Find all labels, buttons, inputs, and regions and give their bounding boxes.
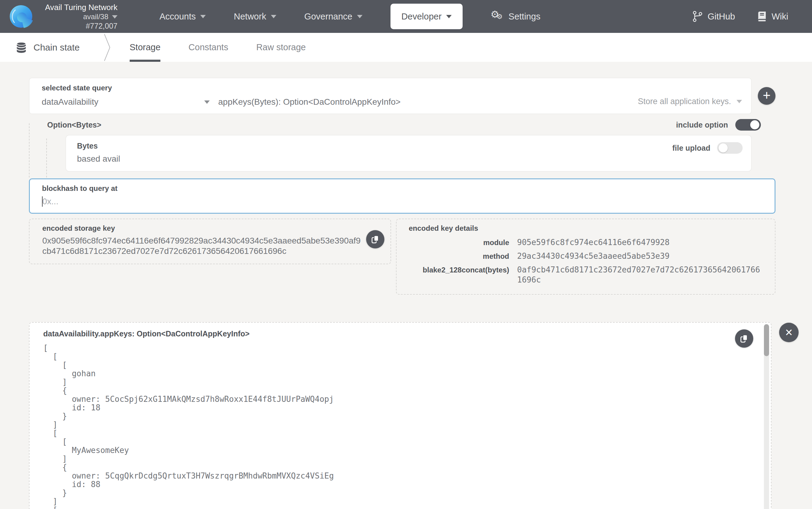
chain-spec[interactable]: avail/38 xyxy=(83,12,117,21)
nav-item-governance[interactable]: Governance xyxy=(304,0,362,33)
detail-value: 0af9cb471c6d8171c23672ed7027e7d72c626173… xyxy=(517,265,763,285)
network-name: Avail Turing Network xyxy=(45,2,117,12)
file-upload-toggle[interactable] xyxy=(717,142,743,154)
detail-value: 905e59f6c8fc974ec64116e6f6479928 xyxy=(517,237,763,247)
tabs: Storage Constants Raw storage xyxy=(130,33,306,62)
chevron-down-icon xyxy=(200,15,206,18)
bytes-param-card: Bytes based avail file upload xyxy=(65,135,752,172)
encoded-key-details-panel: encoded key details module 905e59f6c8fc9… xyxy=(396,218,775,295)
detail-label: blake2_128concat(bytes) xyxy=(409,265,509,274)
detail-label: module xyxy=(409,237,509,247)
key-details-grid: module 905e59f6c8fc974ec64116e6f6479928 … xyxy=(409,237,763,285)
module-select-wrap: selected state query dataAvailability xyxy=(42,84,218,107)
module-select[interactable]: dataAvailability xyxy=(42,97,218,107)
option-row: Option<Bytes> include option xyxy=(29,119,775,131)
nav-item-developer[interactable]: Developer xyxy=(390,4,463,29)
gears-icon: ⚙⚙ xyxy=(491,10,504,23)
wiki-link[interactable]: Wiki xyxy=(757,11,788,22)
query-label: selected state query xyxy=(42,84,218,92)
brand-text: Avail Turing Network avail/38 #772,007 xyxy=(45,2,117,30)
blockhash-label: blockhash to query at xyxy=(42,184,763,193)
file-upload-label: file upload xyxy=(672,144,710,152)
nav-item-accounts[interactable]: Accounts xyxy=(160,0,206,33)
encoded-storage-key-label: encoded storage key xyxy=(42,224,363,233)
section-title: Chain state xyxy=(33,42,80,53)
toggle-knob xyxy=(750,120,760,129)
nav-item-network[interactable]: Network xyxy=(234,0,276,33)
chevron-down-icon xyxy=(204,100,210,104)
block-number: #772,007 xyxy=(86,21,117,30)
book-icon xyxy=(757,11,767,22)
code-branch-icon xyxy=(693,11,703,22)
param-type-label: Option<Bytes> xyxy=(47,121,101,129)
copy-storage-key-button[interactable] xyxy=(366,230,384,248)
state-query-card: selected state query dataAvailability ap… xyxy=(29,78,752,114)
main-content: selected state query dataAvailability ap… xyxy=(29,62,775,509)
avail-logo-icon xyxy=(9,5,33,28)
copy-icon xyxy=(740,334,749,343)
tab-constants[interactable]: Constants xyxy=(188,33,228,62)
indent-guide xyxy=(46,138,47,177)
add-query-button[interactable]: + xyxy=(758,87,775,105)
tab-row: Chain state Storage Constants Raw storag… xyxy=(0,33,812,62)
nav-item-settings[interactable]: ⚙⚙ Settings xyxy=(491,0,540,33)
include-option-label: include option xyxy=(676,121,728,129)
breadcrumb-chevron xyxy=(104,33,111,62)
chevron-down-icon xyxy=(737,100,742,103)
result-header: dataAvailability.appKeys: Option<DaContr… xyxy=(43,329,747,338)
copy-result-button[interactable] xyxy=(735,329,753,348)
chevron-down-icon xyxy=(271,15,276,18)
blockhash-input[interactable] xyxy=(42,197,763,206)
query-result-panel: dataAvailability.appKeys: Option<DaContr… xyxy=(29,322,772,509)
encoded-storage-key-panel: encoded storage key 0x905e59f6c8fc974ec6… xyxy=(29,218,391,264)
top-links: GitHub Wiki xyxy=(693,11,788,22)
result-scrollbar-thumb[interactable] xyxy=(764,324,769,356)
indent-guide xyxy=(29,123,30,177)
encoded-key-details-label: encoded key details xyxy=(409,224,763,233)
section-head: Chain state xyxy=(16,33,80,62)
topbar: Avail Turing Network avail/38 #772,007 A… xyxy=(0,0,812,33)
tab-raw-storage[interactable]: Raw storage xyxy=(256,33,306,62)
result-wrap: dataAvailability.appKeys: Option<DaContr… xyxy=(29,322,775,509)
bytes-value-input[interactable]: based avail xyxy=(77,154,740,164)
selected-module: dataAvailability xyxy=(42,97,98,107)
copy-icon xyxy=(371,235,380,244)
file-upload-wrap: file upload xyxy=(672,142,743,154)
bytes-label: Bytes xyxy=(77,142,740,150)
encoded-row: encoded storage key 0x905e59f6c8fc974ec6… xyxy=(29,218,775,295)
tab-storage[interactable]: Storage xyxy=(130,33,161,62)
blockhash-card: blockhash to query at xyxy=(29,178,775,214)
github-link[interactable]: GitHub xyxy=(693,11,735,22)
param-section: Option<Bytes> include option Bytes based… xyxy=(29,119,775,172)
include-option-wrap: include option xyxy=(676,119,761,131)
include-option-toggle[interactable] xyxy=(735,119,761,131)
network-selector[interactable]: Avail Turing Network avail/38 #772,007 xyxy=(9,2,117,30)
result-output: [ [ [ gohan ] { owner: 5CocSpj62xG11MAkQ… xyxy=(43,344,747,509)
blockhash-input-row xyxy=(42,196,763,207)
encoded-storage-key-value: 0x905e59f6c8fc974ec64116e6f647992829ac34… xyxy=(42,236,363,256)
method-description[interactable]: Store all application keys. xyxy=(638,84,742,107)
result-scrollbar xyxy=(764,324,769,509)
close-result-button[interactable]: × xyxy=(779,323,799,342)
main-nav: Accounts Network Governance Developer ⚙⚙… xyxy=(160,0,540,33)
chevron-down-icon xyxy=(112,15,117,19)
chevron-down-icon xyxy=(446,15,452,18)
detail-label: method xyxy=(409,251,509,261)
method-select[interactable]: appKeys(Bytes): Option<DaControlAppKeyIn… xyxy=(218,84,638,107)
detail-value: 29ac34430c4934c5e3aaeed5abe53e39 xyxy=(517,251,763,261)
toggle-knob xyxy=(718,143,728,152)
database-icon xyxy=(16,41,27,54)
query-row: selected state query dataAvailability ap… xyxy=(29,78,775,114)
chevron-down-icon xyxy=(357,15,362,18)
